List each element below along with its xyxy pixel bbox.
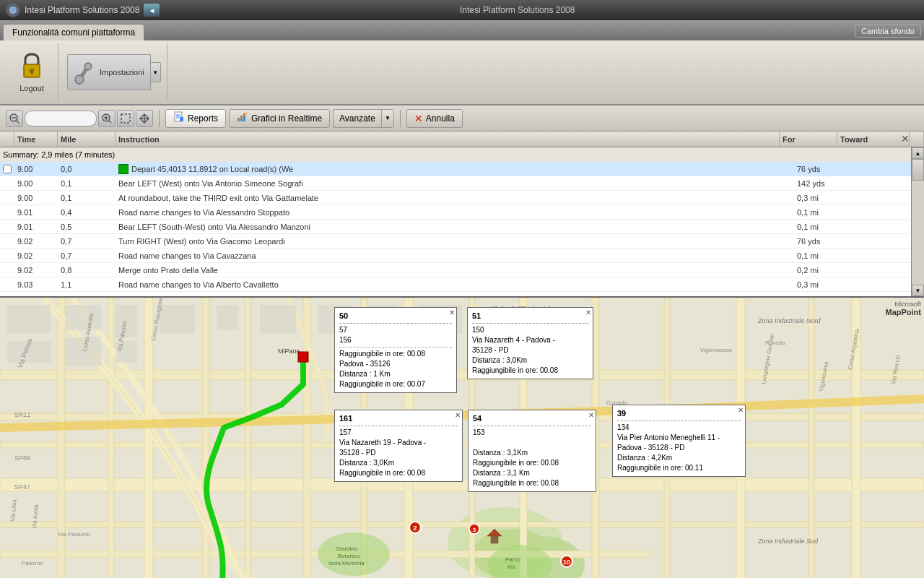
mappoint-label: MapPoint bbox=[886, 308, 922, 316]
row-for: 0,1 mi bbox=[794, 220, 852, 233]
row-time: 9.01 bbox=[14, 205, 58, 219]
popup-57-close[interactable]: ✕ bbox=[449, 309, 455, 316]
popup-150-close[interactable]: ✕ bbox=[585, 309, 591, 316]
col-for: For bbox=[780, 131, 837, 147]
avanzate-button-container: Avanzate ▼ bbox=[333, 109, 394, 128]
search-input[interactable] bbox=[25, 111, 97, 126]
row-time: 9.02 bbox=[14, 234, 58, 248]
zoom-minus-button[interactable] bbox=[6, 110, 23, 127]
logout-group: Logout bbox=[6, 43, 58, 101]
scroll-down-button[interactable]: ▼ bbox=[912, 285, 924, 296]
map-popup-57[interactable]: ✕ 50 57156 Raggiungibile in ore: 00.08 P… bbox=[334, 307, 457, 393]
cambia-sfondo-button[interactable]: Cambia sfondo bbox=[855, 25, 921, 38]
reports-button[interactable]: Reports bbox=[165, 109, 226, 128]
avanzate-dropdown-button[interactable]: ▼ bbox=[381, 109, 394, 128]
impostazioni-button-container: Impostazioni ▼ bbox=[67, 54, 161, 90]
row-for: 142 yds bbox=[794, 176, 852, 190]
svg-text:Palermo: Palermo bbox=[22, 560, 43, 566]
map-popup-153[interactable]: ✕ 54 153 Distanza : 3,1Km Raggiungibile … bbox=[468, 410, 596, 492]
row-for: 0,2 mi bbox=[794, 263, 852, 277]
row-instruction: Road name changes to Via Cavazzana bbox=[116, 249, 794, 262]
row-checkbox bbox=[0, 249, 14, 262]
table-body[interactable]: 9.000,0Depart 45,4013 11,8912 on Local r… bbox=[0, 162, 924, 295]
table-row[interactable]: 9.020,8Merge onto Prato della Valle0,2 m… bbox=[0, 263, 924, 277]
table-row[interactable]: 9.031,4Road name changes to Via Pasquale… bbox=[0, 292, 924, 295]
impostazioni-dropdown-arrow[interactable]: ▼ bbox=[151, 62, 161, 82]
row-instruction: Bear LEFT (West) onto Via Antonio Simeon… bbox=[116, 176, 794, 190]
svg-text:Via Paolunio: Via Paolunio bbox=[58, 531, 90, 538]
back-button[interactable]: ◄ bbox=[144, 4, 160, 17]
annulla-button[interactable]: ✕ Annulla bbox=[406, 109, 463, 128]
popup-150-title: 51 bbox=[472, 311, 588, 324]
table-row[interactable]: 9.000,1At roundabout, take the THIRD exi… bbox=[0, 191, 924, 205]
row-mile: 0,5 bbox=[58, 220, 116, 233]
title-bar: Intesi Platform Solutions 2008 ◄ Intesi … bbox=[0, 0, 924, 20]
popup-150-content: 150 Via Nazareth 4 - Padova - 35128 - PD… bbox=[472, 325, 588, 376]
popup-39-close[interactable]: ✕ bbox=[738, 407, 744, 414]
row-mile: 0,4 bbox=[58, 205, 116, 219]
table-row[interactable]: 9.031,1Road name changes to Via Alberto … bbox=[0, 277, 924, 292]
row-checkbox bbox=[0, 162, 14, 176]
svg-rect-54 bbox=[7, 305, 51, 334]
svg-rect-58 bbox=[217, 305, 238, 330]
popup-39-content: 134 Via Pier Antonio Meneghelli 11 - Pad… bbox=[617, 423, 741, 473]
tab-platform[interactable]: Funzionalità comuni piattaforma bbox=[3, 24, 144, 40]
popup-161-title: 161 bbox=[339, 413, 458, 426]
cancel-icon: ✕ bbox=[414, 113, 423, 124]
scroll-thumb[interactable] bbox=[912, 159, 924, 181]
impostazioni-main-button[interactable]: Impostazioni bbox=[67, 54, 151, 90]
svg-point-0 bbox=[9, 6, 17, 14]
pan-tool-button[interactable] bbox=[136, 110, 153, 127]
row-checkbox bbox=[0, 205, 14, 219]
svg-rect-19 bbox=[180, 117, 183, 121]
table-close-button[interactable]: ✕ bbox=[901, 133, 910, 144]
map-container[interactable]: 2 3 Via Pelosa Viale dell'Industria Via … bbox=[0, 298, 924, 578]
row-mile: 0,8 bbox=[58, 263, 116, 277]
svg-text:Giardino: Giardino bbox=[336, 545, 358, 552]
row-checkbox bbox=[0, 234, 14, 248]
row-checkbox bbox=[0, 220, 14, 233]
row-mile: 0,7 bbox=[58, 249, 116, 262]
row-checkbox bbox=[0, 176, 14, 190]
summary-row: Summary: 2,9 miles (7 minutes) bbox=[0, 147, 924, 162]
popup-153-close[interactable]: ✕ bbox=[588, 412, 594, 419]
select-tool-button[interactable] bbox=[117, 110, 134, 127]
app-icon bbox=[6, 3, 20, 17]
row-for: 0,1 mi bbox=[794, 249, 852, 262]
table-row[interactable]: 9.000,0Depart 45,4013 11,8912 on Local r… bbox=[0, 162, 924, 176]
table-row[interactable]: 9.010,4Road name changes to Via Alessand… bbox=[0, 205, 924, 220]
svg-text:SP89: SP89 bbox=[14, 454, 30, 462]
svg-rect-38 bbox=[245, 298, 251, 578]
popup-161-close[interactable]: ✕ bbox=[455, 412, 461, 419]
wrench-icon bbox=[74, 59, 95, 85]
row-time: 9.00 bbox=[14, 176, 58, 190]
scrollbar[interactable]: ▲ ▼ bbox=[911, 147, 924, 296]
row-instruction: Turn RIGHT (West) onto Via Giacomo Leopa… bbox=[116, 234, 794, 248]
popup-39-title: 39 bbox=[617, 408, 741, 421]
svg-rect-55 bbox=[65, 305, 101, 330]
avanzate-button[interactable]: Avanzate bbox=[333, 109, 381, 128]
table-row[interactable]: 9.020,7Road name changes to Via Cavazzan… bbox=[0, 249, 924, 263]
table-row[interactable]: 9.010,5Bear LEFT (South-West) onto Via A… bbox=[0, 220, 924, 234]
map-popup-161[interactable]: ✕ 161 157 Via Nazareth 19 - Padova - 351… bbox=[334, 410, 463, 482]
window-title: Intesi Platform Solutions 2008 bbox=[460, 5, 575, 15]
table-row[interactable]: 9.000,1Bear LEFT (West) onto Via Antonio… bbox=[0, 176, 924, 191]
col-time: Time bbox=[14, 131, 58, 147]
zoom-plus-button[interactable] bbox=[98, 110, 116, 127]
table-row[interactable]: 9.020,7Turn RIGHT (West) onto Via Giacom… bbox=[0, 234, 924, 249]
grafici-button[interactable]: Grafici in Realtime bbox=[229, 109, 330, 128]
summary-text: Summary: 2,9 miles (7 minutes) bbox=[3, 150, 115, 159]
reports-label: Reports bbox=[188, 113, 218, 124]
map-popup-150[interactable]: ✕ 51 150 Via Nazareth 4 - Padova - 35128… bbox=[467, 307, 593, 379]
map-popup-39[interactable]: ✕ 39 134 Via Pier Antonio Meneghelli 11 … bbox=[612, 405, 746, 477]
svg-rect-57 bbox=[159, 305, 195, 334]
svg-rect-56 bbox=[116, 305, 137, 337]
toolbar: Logout Impostazioni ▼ bbox=[0, 40, 924, 105]
svg-rect-37 bbox=[202, 298, 209, 578]
col-toward: Toward bbox=[837, 131, 910, 147]
table-header: Time Mile Instruction For Toward bbox=[0, 131, 924, 147]
svg-text:SR11: SR11 bbox=[14, 411, 31, 418]
scroll-up-button[interactable]: ▲ bbox=[912, 147, 924, 159]
logout-button[interactable]: Logout bbox=[12, 49, 52, 95]
col-mile: Mile bbox=[58, 131, 116, 147]
